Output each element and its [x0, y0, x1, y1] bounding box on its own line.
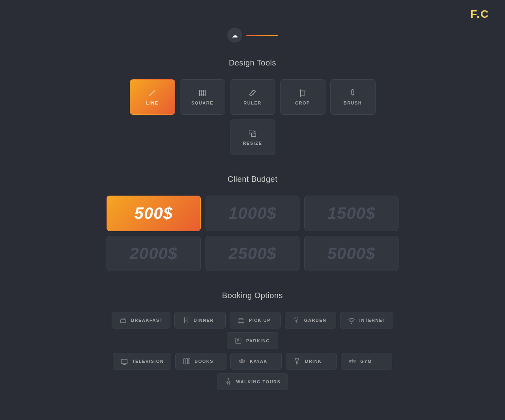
booking-pickup[interactable]: PICK UP [230, 312, 281, 329]
svg-rect-15 [249, 130, 254, 134]
tool-resize[interactable]: RESIZE [230, 119, 275, 155]
budget-500-value: 500$ [135, 204, 173, 223]
booking-walking-tours[interactable]: WALKING TOURS [217, 373, 288, 390]
svg-point-30 [351, 323, 352, 324]
budget-1500-value: 1500$ [327, 204, 376, 223]
booking-gym[interactable]: GYM [341, 353, 392, 370]
tool-resize-label: RESIZE [243, 141, 262, 146]
budget-2000[interactable]: 2000$ [107, 236, 201, 271]
tool-brush-label: BRUSH [344, 101, 362, 105]
booking-breakfast-label: BREAKFAST [131, 318, 163, 323]
logo: F.C [470, 8, 489, 21]
booking-drink[interactable]: DRINK [286, 353, 337, 370]
svg-line-7 [251, 91, 252, 92]
parking-icon: P [234, 337, 242, 345]
svg-rect-33 [121, 359, 127, 364]
tool-line-label: LINE [146, 101, 158, 105]
resize-icon [248, 129, 257, 138]
svg-point-53 [228, 379, 229, 380]
client-budget-section: Client Budget 500$ 1000$ 1500$ 2000$ 250… [107, 175, 398, 271]
booking-drink-label: DRINK [305, 359, 322, 364]
ruler-icon [248, 89, 257, 97]
slider-track[interactable] [246, 35, 278, 36]
budget-500[interactable]: 500$ [107, 196, 201, 231]
budget-1000-value: 1000$ [228, 204, 277, 223]
budget-1500[interactable]: 1500$ [304, 196, 398, 231]
tool-brush[interactable]: BRUSH [330, 79, 376, 115]
booking-internet[interactable]: INTERNET [340, 312, 393, 329]
booking-internet-label: INTERNET [359, 318, 386, 323]
tool-line[interactable]: LINE [130, 79, 175, 115]
slider-area: ☁ [107, 28, 398, 43]
booking-kayak[interactable]: KAYAK [230, 353, 282, 370]
booking-row-2: TELEVISION BOOKS KAYAK [107, 353, 398, 390]
budget-5000-value: 5000$ [327, 244, 376, 263]
client-budget-title: Client Budget [107, 175, 398, 184]
booking-television[interactable]: TELEVISION [113, 353, 171, 370]
booking-kayak-label: KAYAK [250, 359, 267, 364]
drink-icon [293, 357, 301, 365]
svg-line-0 [150, 90, 155, 96]
svg-rect-16 [251, 133, 256, 136]
booking-books[interactable]: BOOKS [175, 353, 226, 370]
budget-1000[interactable]: 1000$ [206, 196, 300, 231]
booking-garden[interactable]: GARDEN [285, 312, 336, 329]
svg-rect-1 [200, 90, 206, 96]
crop-icon [298, 89, 307, 97]
booking-dinner-label: DINNER [194, 318, 214, 323]
pickup-icon [237, 316, 245, 324]
internet-icon [348, 316, 355, 324]
tool-crop[interactable]: CROP [280, 79, 325, 115]
booking-dinner[interactable]: DINNER [174, 312, 226, 329]
svg-rect-37 [184, 358, 185, 364]
budget-grid: 500$ 1000$ 1500$ 2000$ 2500$ 5000$ [107, 196, 398, 271]
svg-rect-10 [301, 91, 305, 95]
tool-square[interactable]: SQUARE [180, 79, 225, 115]
brush-icon [348, 89, 357, 97]
design-tools-section: Design Tools LINE SQUARE [107, 58, 398, 155]
booking-television-label: TELEVISION [132, 359, 164, 364]
breakfast-icon [119, 316, 127, 324]
booking-breakfast[interactable]: BREAKFAST [112, 312, 170, 329]
svg-line-9 [253, 94, 254, 95]
svg-rect-39 [188, 358, 190, 364]
dinner-icon [182, 316, 190, 324]
svg-rect-38 [186, 358, 188, 364]
line-icon [148, 89, 157, 97]
svg-point-21 [122, 318, 125, 320]
budget-2000-value: 2000$ [129, 244, 178, 263]
svg-line-8 [252, 91, 253, 91]
booking-gym-label: GYM [360, 359, 372, 364]
design-tools-title: Design Tools [107, 58, 398, 67]
booking-row-1: BREAKFAST DINNER PICK UP [107, 312, 398, 349]
budget-5000[interactable]: 5000$ [304, 236, 398, 271]
booking-parking-label: PARKING [246, 338, 270, 343]
svg-rect-13 [352, 90, 354, 94]
garden-icon [292, 316, 300, 324]
square-icon [198, 89, 207, 97]
gym-icon [348, 357, 356, 365]
budget-2500-value: 2500$ [228, 244, 277, 263]
booking-options-section: Booking Options BREAKFAST DINNER [107, 291, 398, 390]
booking-parking[interactable]: P PARKING [227, 332, 278, 349]
booking-pickup-label: PICK UP [249, 318, 271, 323]
svg-text:P: P [237, 339, 239, 343]
tools-grid: LINE SQUARE [107, 79, 398, 155]
tool-ruler-label: RULER [243, 101, 261, 105]
tool-ruler[interactable]: RULER [230, 79, 275, 115]
tool-crop-label: CROP [295, 101, 310, 105]
television-icon [120, 357, 128, 365]
tool-square-label: SQUARE [191, 101, 213, 105]
booking-options-title: Booking Options [107, 291, 398, 300]
slider-icon: ☁ [227, 28, 242, 43]
kayak-icon [238, 357, 246, 365]
booking-books-label: BOOKS [195, 359, 213, 364]
booking-garden-label: GARDEN [304, 318, 327, 323]
books-icon [183, 357, 191, 365]
svg-point-27 [295, 317, 298, 321]
booking-walking-tours-label: WALKING TOURS [236, 379, 281, 384]
budget-2500[interactable]: 2500$ [206, 236, 300, 271]
walking-tours-icon [224, 378, 232, 386]
svg-rect-19 [120, 320, 125, 323]
